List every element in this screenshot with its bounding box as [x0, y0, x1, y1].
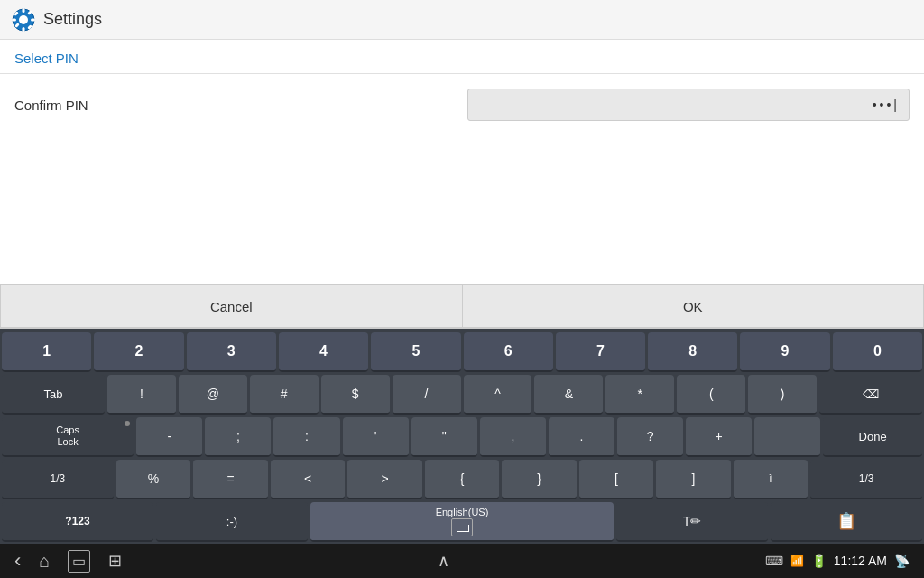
fraction-key-left[interactable]: 1/3	[2, 460, 114, 499]
lang-label: English(US)	[436, 507, 489, 517]
status-area: ⌨ 📶 🔋 11:12 AM 📡	[765, 554, 910, 568]
select-pin-label: Select PIN	[0, 40, 924, 74]
key-plus[interactable]: +	[686, 417, 752, 457]
key-8[interactable]: 8	[648, 332, 737, 372]
nav-recents-icon[interactable]: ▭	[68, 550, 90, 573]
key-period[interactable]: .	[549, 417, 614, 457]
key-hyphen[interactable]: -	[136, 417, 202, 457]
key-semicolon[interactable]: ;	[205, 417, 271, 457]
signal-icon: 📶	[790, 555, 804, 567]
system-bar: ‹ ⌂ ▭ ⊞ ∧ ⌨ 📶 🔋 11:12 AM 📡	[0, 544, 924, 578]
dialog-buttons: Cancel OK	[0, 284, 924, 329]
key-1[interactable]: 1	[2, 332, 91, 372]
key-lbrace[interactable]: {	[425, 460, 500, 499]
wifi-icon: 📡	[894, 554, 910, 568]
svg-point-1	[19, 15, 28, 24]
svg-rect-5	[31, 18, 35, 21]
keyboard-row-bottom: ?123 :-) English(US) ⌴ T✏ 📋	[2, 502, 922, 542]
key-rbrace[interactable]: }	[502, 460, 577, 499]
key-comma[interactable]: ,	[480, 417, 546, 457]
key-question[interactable]: ?	[617, 417, 683, 457]
clipboard-key[interactable]: 📋	[771, 502, 922, 542]
key-6[interactable]: 6	[464, 332, 553, 372]
key-quote[interactable]: "	[411, 417, 477, 457]
key-7[interactable]: 7	[556, 332, 645, 372]
format-key[interactable]: T✏	[616, 502, 768, 542]
done-key[interactable]: Done	[823, 417, 922, 457]
key-9[interactable]: 9	[740, 332, 829, 372]
battery-icon: 🔋	[811, 554, 827, 568]
key-at[interactable]: @	[179, 375, 247, 415]
pin-dots: •••|	[873, 98, 900, 112]
emoji-key[interactable]: :-)	[156, 502, 308, 542]
key-0[interactable]: 0	[833, 332, 922, 372]
key-tab[interactable]: Tab	[2, 375, 105, 415]
key-5[interactable]: 5	[371, 332, 460, 372]
caps-indicator	[125, 421, 130, 426]
content-area: Select PIN Confirm PIN •••|	[0, 40, 924, 284]
key-colon[interactable]: :	[273, 417, 339, 457]
keyboard-row-symbols: Tab ! @ # $ / ^ & * ( ) ⌫	[2, 375, 922, 415]
nav-home-icon[interactable]: ⌂	[39, 551, 50, 572]
key-lbracket[interactable]: [	[579, 460, 654, 499]
backspace-key[interactable]: ⌫	[819, 375, 922, 415]
nav-back-icon[interactable]: ‹	[14, 549, 21, 573]
key-apostrophe[interactable]: '	[343, 417, 409, 457]
key-rbracket[interactable]: ]	[656, 460, 731, 499]
key-2[interactable]: 2	[94, 332, 183, 372]
key-dollar[interactable]: $	[321, 375, 390, 415]
key-lparen[interactable]: (	[677, 375, 745, 415]
keyboard-status-icon: ⌨	[765, 554, 783, 568]
key-hash[interactable]: #	[250, 375, 319, 415]
key-special-i[interactable]: ì	[734, 460, 808, 499]
caps-lock-key[interactable]: CapsLock	[2, 417, 134, 457]
pin-input[interactable]: •••|	[467, 89, 910, 121]
key-amp[interactable]: &	[534, 375, 603, 415]
system-time: 11:12 AM	[834, 554, 887, 568]
key-3[interactable]: 3	[187, 332, 276, 372]
keyboard-row-fraction: 1/3 % = < > { } [ ] ì 1/3	[2, 460, 922, 499]
key-exclaim[interactable]: !	[107, 375, 176, 415]
ok-button[interactable]: OK	[462, 284, 925, 328]
key-rparen[interactable]: )	[748, 375, 817, 415]
keyboard-row-caps: CapsLock - ; : ' " , . ? + _ Done	[2, 417, 922, 457]
spacebar-icon: ⌴	[451, 518, 473, 536]
key-equals[interactable]: =	[193, 460, 268, 499]
svg-rect-3	[23, 27, 25, 32]
key-percent[interactable]: %	[116, 460, 191, 499]
cancel-button[interactable]: Cancel	[0, 284, 462, 328]
language-key[interactable]: English(US) ⌴	[310, 502, 614, 542]
confirm-pin-row: Confirm PIN •••|	[0, 74, 924, 135]
nav-grid-icon[interactable]: ⊞	[108, 551, 122, 571]
key-star[interactable]: *	[605, 375, 674, 415]
nav-buttons: ‹ ⌂ ▭ ⊞	[14, 549, 122, 573]
keyboard: 1 2 3 4 5 6 7 8 9 0 Tab ! @ # $ / ^ & * …	[0, 329, 924, 544]
confirm-pin-label: Confirm PIN	[14, 98, 88, 113]
keyboard-row-numbers: 1 2 3 4 5 6 7 8 9 0	[2, 332, 922, 372]
svg-rect-2	[23, 8, 25, 13]
key-gt[interactable]: >	[347, 460, 422, 499]
fraction-key-right[interactable]: 1/3	[810, 460, 922, 499]
key-lt[interactable]: <	[271, 460, 346, 499]
settings-icon	[11, 7, 36, 33]
key-underscore[interactable]: _	[754, 417, 820, 457]
key-4[interactable]: 4	[279, 332, 368, 372]
app-title: Settings	[43, 10, 102, 29]
top-bar: Settings	[0, 0, 924, 40]
svg-rect-4	[12, 18, 16, 21]
key-slash[interactable]: /	[393, 375, 461, 415]
keyboard-up-icon[interactable]: ∧	[438, 551, 449, 571]
key-caret[interactable]: ^	[464, 375, 532, 415]
sym-key[interactable]: ?123	[2, 502, 153, 542]
